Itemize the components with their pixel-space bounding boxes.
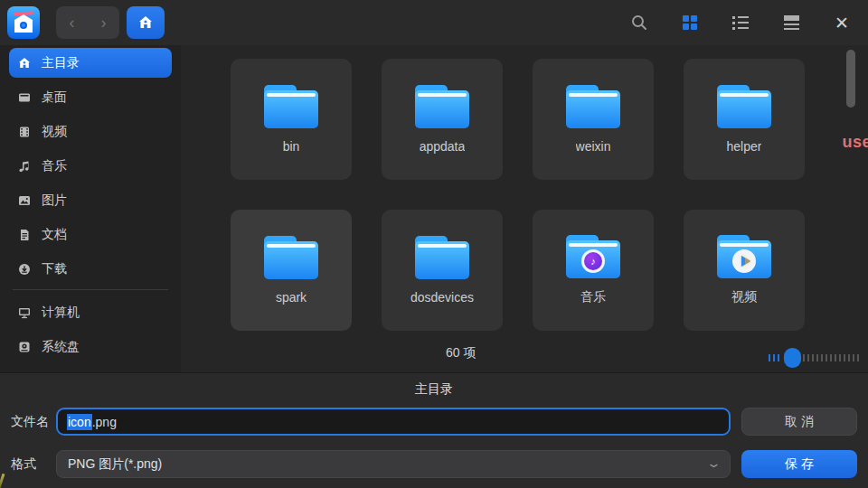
save-button[interactable]: 保 存	[741, 450, 857, 478]
video-emblem-icon	[732, 249, 756, 273]
forward-button[interactable]: ›	[101, 14, 107, 31]
video-folder-icon	[717, 235, 771, 278]
folder-name: appdata	[420, 139, 466, 154]
chevron-down-icon: ⌄	[706, 456, 722, 470]
image-icon	[18, 194, 31, 207]
disk-icon	[18, 341, 31, 353]
folder-tile-music[interactable]: ♪ 音乐	[533, 210, 654, 331]
folder-tile-videos[interactable]: 视频	[684, 210, 805, 331]
titlebar-actions: ✕	[629, 13, 857, 33]
filename-row: 文件名 icon.png 取 消	[11, 408, 857, 436]
grid-view-icon	[683, 15, 697, 30]
detail-view-icon	[784, 15, 799, 30]
sidebar-item-documents[interactable]: 文档	[9, 220, 172, 249]
app-icon-dot	[20, 22, 27, 29]
computer-icon	[18, 306, 31, 319]
sidebar-item-pictures[interactable]: 图片	[9, 185, 172, 215]
sidebar-item-label: 音乐	[42, 158, 67, 174]
save-panel: 主目录 文件名 icon.png 取 消 格式 PNG 图片(*.png) ⌄ …	[0, 372, 868, 488]
sidebar-item-desktop[interactable]: 桌面	[9, 82, 172, 112]
desktop-icon	[18, 91, 31, 104]
folder-icon	[264, 236, 318, 279]
sidebar-item-label: 主目录	[42, 55, 80, 71]
search-icon	[630, 14, 648, 32]
home-button[interactable]	[127, 6, 165, 39]
item-count: 60 项	[446, 345, 476, 361]
partial-overlay-text: use	[842, 133, 868, 152]
back-button[interactable]: ‹	[70, 14, 75, 31]
folder-name: bin	[283, 139, 300, 154]
nav-button-group: ‹ ›	[56, 6, 119, 39]
sidebar-item-computer[interactable]: 计算机	[9, 297, 172, 327]
folder-icon	[415, 85, 469, 128]
sidebar-item-label: 视频	[42, 124, 67, 140]
music-emblem-icon: ♪	[581, 249, 605, 273]
icon-size-slider[interactable]	[769, 348, 861, 368]
sidebar-divider	[13, 289, 168, 290]
close-icon: ✕	[835, 14, 849, 32]
sidebar-item-label: 桌面	[42, 89, 67, 106]
folder-tile-weixin[interactable]: weixin	[533, 59, 654, 180]
sidebar-item-videos[interactable]: 视频	[9, 117, 172, 146]
folder-tile-spark[interactable]: spark	[231, 210, 352, 331]
home-icon	[137, 14, 154, 31]
folder-icon	[264, 85, 318, 128]
status-bar: 60 项	[181, 336, 868, 372]
music-folder-icon: ♪	[566, 235, 620, 278]
folder-name: spark	[276, 290, 307, 305]
file-manager-app-icon	[7, 6, 40, 39]
folder-name: weixin	[576, 139, 611, 154]
folder-name: dosdevices	[410, 290, 474, 305]
folder-tile-appdata[interactable]: appdata	[382, 59, 503, 180]
close-button[interactable]: ✕	[832, 13, 852, 33]
filename-extension-text: .png	[92, 415, 117, 429]
vertical-scrollbar[interactable]	[846, 50, 855, 108]
sidebar-item-music[interactable]: 音乐	[9, 151, 172, 181]
document-icon	[18, 229, 31, 241]
folder-name: 视频	[731, 289, 757, 305]
film-icon	[18, 126, 31, 138]
folder-tile-helper[interactable]: helper	[684, 59, 805, 180]
home-icon	[18, 57, 31, 70]
sidebar-item-home[interactable]: 主目录	[9, 48, 172, 78]
folder-tile-dosdevices[interactable]: dosdevices	[382, 210, 503, 331]
slider-ticks-empty	[803, 354, 861, 361]
sidebar-item-label: 系统盘	[42, 339, 80, 355]
grid-view-button[interactable]	[680, 13, 700, 33]
sidebar-item-label: 图片	[42, 192, 67, 209]
slider-handle[interactable]	[784, 348, 801, 368]
file-view: bin appdata weixin helper spark	[181, 45, 868, 372]
sidebar-item-label: 下载	[42, 261, 67, 277]
folder-name: 音乐	[580, 289, 606, 305]
detail-view-button[interactable]	[781, 13, 801, 33]
folder-tile-bin[interactable]: bin	[231, 59, 352, 180]
folder-name: helper	[727, 139, 762, 154]
current-location-title: 主目录	[11, 381, 857, 398]
folder-icon	[717, 85, 771, 128]
format-row: 格式 PNG 图片(*.png) ⌄ 保 存	[11, 450, 857, 478]
folder-grid: bin appdata weixin helper spark	[231, 59, 805, 331]
sidebar-item-label: 计算机	[42, 305, 80, 321]
folder-icon	[415, 236, 469, 279]
sidebar-item-label: 文档	[42, 227, 67, 243]
sidebar: 主目录 桌面 视频 音乐 图片 文档	[0, 45, 181, 372]
filename-selected-text: icon	[67, 414, 92, 430]
sidebar-item-volume[interactable]: 157.9 GB 卷	[9, 366, 172, 372]
filename-input[interactable]: icon.png	[56, 408, 731, 436]
list-view-button[interactable]	[731, 13, 750, 33]
format-value: PNG 图片(*.png)	[68, 456, 162, 473]
download-icon	[18, 263, 31, 276]
slider-ticks-filled	[769, 354, 782, 361]
folder-icon	[566, 85, 620, 128]
sidebar-item-system-disk[interactable]: 系统盘	[9, 332, 172, 361]
list-view-icon	[732, 16, 749, 30]
music-icon	[18, 160, 31, 173]
search-button[interactable]	[629, 13, 649, 33]
format-dropdown[interactable]: PNG 图片(*.png) ⌄	[56, 450, 731, 478]
filename-label: 文件名	[11, 414, 56, 430]
titlebar: ‹ ›	[0, 0, 868, 45]
browser-body: 主目录 桌面 视频 音乐 图片 文档	[0, 45, 868, 372]
format-label: 格式	[11, 456, 56, 473]
cancel-button[interactable]: 取 消	[741, 408, 857, 436]
sidebar-item-downloads[interactable]: 下载	[9, 254, 172, 284]
